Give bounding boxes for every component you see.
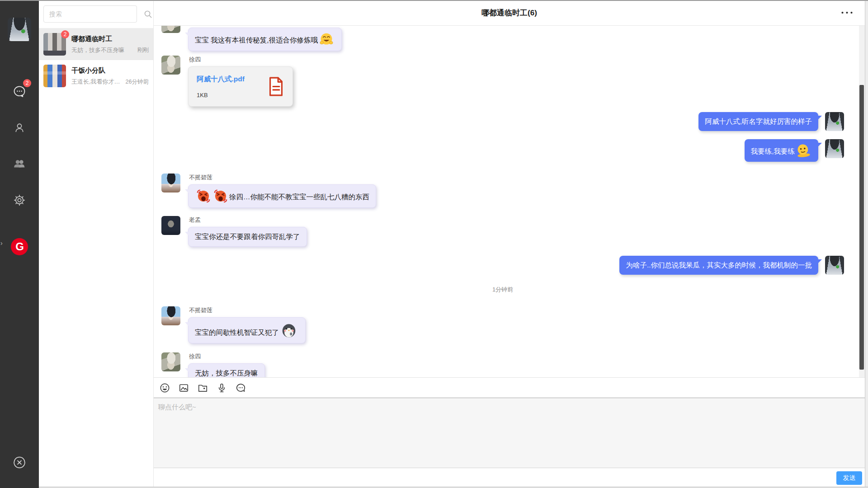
- unread-badge: 2: [23, 79, 31, 87]
- penguin-sticker-emoji: [280, 322, 297, 339]
- window-top-edge: [0, 0, 868, 1]
- message-bubble: 我要练,我要练: [745, 139, 818, 162]
- sidebar-nav-contacts[interactable]: [7, 110, 32, 146]
- message-row: 不摇碧莲 宝宝的间歇性机智证又犯了: [161, 306, 844, 343]
- scrollbar-thumb[interactable]: [859, 85, 864, 370]
- message-text: 阿威十八式,听名字就好厉害的样子: [705, 117, 812, 125]
- send-row: 发送: [154, 468, 865, 488]
- message-avatar[interactable]: [161, 26, 180, 33]
- image-icon[interactable]: [178, 382, 189, 394]
- pdf-file-icon: [268, 76, 284, 97]
- search-input[interactable]: [43, 5, 137, 23]
- chat-name: 哪都通临时工: [71, 35, 149, 43]
- send-button[interactable]: 发送: [836, 471, 862, 485]
- message-avatar[interactable]: [161, 306, 180, 325]
- sidebar: 2 G: [0, 0, 39, 488]
- conversation-list: 2 哪都通临时工 无妨，技多不压身嘛 刚刚 干饭小分队 王道长,我看你才… 26…: [39, 28, 153, 92]
- sidebar-nav-chats[interactable]: 2: [7, 74, 32, 110]
- sender-name: 老孟: [189, 216, 307, 224]
- enraged-face-emoji: [213, 189, 228, 203]
- message-text: 宝宝 我这有本祖传秘笈,很适合你修炼哦: [195, 36, 318, 44]
- message-bubble: 无妨，技多不压身嘛: [188, 363, 265, 377]
- chat-avatar: [43, 65, 66, 87]
- file-name-link[interactable]: 阿威十八式.pdf: [197, 75, 263, 84]
- search-bar: [39, 0, 153, 28]
- chat-last-message: 无妨，技多不压身嘛: [71, 46, 135, 54]
- chat-title: 哪都通临时工(6): [481, 8, 537, 18]
- chat-last-message: 王道长,我看你才…: [71, 78, 123, 86]
- window-right-edge: [865, 0, 868, 488]
- chat-window: 哪都通临时工(6) 宝宝 我这有本祖传秘笈,很适合你修炼哦 徐四 阿威十八式.p…: [154, 0, 865, 488]
- chat-header: 哪都通临时工(6): [154, 0, 865, 26]
- message-avatar[interactable]: [161, 352, 180, 371]
- app-window: 2 G › 2 哪都通临时工 无妨，技多不压身嘛 刚刚: [0, 0, 868, 488]
- message-avatar[interactable]: [825, 112, 844, 131]
- microphone-icon[interactable]: [216, 382, 227, 394]
- message-bubble: 阿威十八式,听名字就好厉害的样子: [698, 112, 818, 131]
- message-text: 徐四…你能不能不教宝宝一些乱七八糟的东西: [229, 193, 369, 201]
- chat-bubble-icon: [12, 84, 27, 99]
- chat-time: 刚刚: [137, 47, 149, 54]
- sender-name: 不摇碧莲: [189, 306, 306, 314]
- message-row: 为啥子..你们总说我呆瓜，其实大多的时候，我都机制的一批: [161, 256, 844, 275]
- group-icon: [12, 157, 27, 171]
- melting-face-emoji: [795, 142, 811, 158]
- message-text: 宝宝的间歇性机智证又犯了: [195, 328, 279, 336]
- composer: 发送: [154, 377, 865, 488]
- message-row: 我要练,我要练: [161, 139, 844, 162]
- unread-badge: 2: [61, 30, 69, 38]
- chat-scrollbar[interactable]: [859, 26, 865, 377]
- chat-list-panel: 2 哪都通临时工 无妨，技多不压身嘛 刚刚 干饭小分队 王道长,我看你才… 26…: [39, 0, 154, 488]
- chat-avatar: 2: [43, 33, 66, 56]
- message-row: 徐四 阿威十八式.pdf 1KB: [161, 56, 844, 107]
- message-row: 不摇碧莲 徐四…你能不能不教宝宝一些乱七八糟的东西: [161, 174, 844, 208]
- more-menu-icon[interactable]: [840, 9, 854, 17]
- message-avatar[interactable]: [825, 256, 844, 275]
- message-text: 我要练,我要练: [751, 147, 795, 155]
- emoji-picker-icon[interactable]: [159, 382, 170, 394]
- message-avatar[interactable]: [161, 56, 180, 75]
- message-input[interactable]: [154, 398, 865, 468]
- chat-list-item[interactable]: 2 哪都通临时工 无妨，技多不压身嘛 刚刚: [39, 28, 153, 60]
- file-size: 1KB: [197, 92, 263, 99]
- sidebar-nav: 2: [7, 74, 32, 218]
- chat-history-icon[interactable]: [235, 382, 246, 394]
- message-bubble: 徐四…你能不能不教宝宝一些乱七八糟的东西: [188, 184, 376, 208]
- sidebar-nav-settings[interactable]: [7, 182, 32, 218]
- app-logo[interactable]: G: [11, 238, 28, 255]
- message-bubble: 宝宝你还是不要跟着你四哥乱学了: [188, 227, 307, 247]
- message-area: 宝宝 我这有本祖传秘笈,很适合你修炼哦 徐四 阿威十八式.pdf 1KB 阿威十…: [154, 26, 865, 377]
- hugging-face-emoji: [319, 32, 334, 47]
- sender-name: 徐四: [189, 352, 265, 361]
- contacts-icon: [13, 121, 26, 135]
- chat-list-item[interactable]: 干饭小分队 王道长,我看你才… 26分钟前: [39, 60, 153, 92]
- message-avatar[interactable]: [161, 174, 180, 192]
- enraged-face-emoji: [196, 189, 211, 203]
- user-avatar[interactable]: [8, 18, 31, 41]
- message-bubble: 宝宝 我这有本祖传秘笈,很适合你修炼哦: [188, 28, 342, 51]
- message-row: 阿威十八式,听名字就好厉害的样子: [161, 112, 844, 131]
- message-bubble: 宝宝的间歇性机智证又犯了: [188, 317, 306, 343]
- chat-time: 26分钟前: [126, 78, 149, 86]
- folder-icon[interactable]: [197, 382, 208, 394]
- message-avatar[interactable]: [161, 216, 180, 235]
- message-row: 徐四 无妨，技多不压身嘛: [161, 352, 844, 377]
- sidebar-nav-groups[interactable]: [7, 146, 32, 182]
- message-text: 无妨，技多不压身嘛: [195, 369, 258, 377]
- settings-gear-icon: [13, 193, 26, 207]
- close-circle-icon: [12, 464, 27, 471]
- message-row: 宝宝 我这有本祖传秘笈,很适合你修炼哦: [161, 28, 844, 51]
- message-bubble: 为啥子..你们总说我呆瓜，其实大多的时候，我都机制的一批: [619, 256, 818, 275]
- search-icon[interactable]: [143, 9, 153, 19]
- message-text: 为啥子..你们总说我呆瓜，其实大多的时候，我都机制的一批: [626, 261, 812, 269]
- composer-toolbar: [154, 378, 865, 398]
- close-button[interactable]: [12, 455, 27, 470]
- sender-name: 徐四: [189, 56, 293, 64]
- time-divider: 1分钟前: [161, 286, 844, 294]
- message-row: 老孟 宝宝你还是不要跟着你四哥乱学了: [161, 216, 844, 247]
- chat-name: 干饭小分队: [71, 66, 149, 75]
- file-message-card[interactable]: 阿威十八式.pdf 1KB: [188, 66, 293, 107]
- sender-name: 不摇碧莲: [189, 174, 376, 182]
- message-avatar[interactable]: [825, 139, 844, 158]
- collapse-arrow[interactable]: ›: [0, 239, 3, 247]
